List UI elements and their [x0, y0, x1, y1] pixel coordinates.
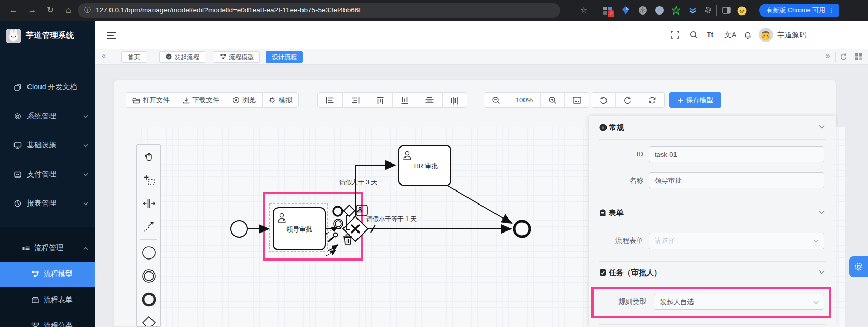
sidebar-item-process-model[interactable]: 流程模型: [0, 262, 95, 287]
extension-icon[interactable]: [655, 6, 664, 15]
user-name[interactable]: 芋道源码: [777, 31, 806, 40]
sidebar-item-infra[interactable]: 基础设施: [0, 134, 95, 157]
divider: [821, 52, 821, 62]
tab-process-model[interactable]: 流程模型: [214, 51, 260, 63]
bookmark-star-icon[interactable]: ☆: [577, 0, 590, 21]
tab-bar: « 首页 发起流程 流程模型 设计流程 »: [95, 49, 868, 65]
chrome-update-button[interactable]: 有新版 Chrome 可用 ⋮: [759, 4, 839, 17]
user-task-hr[interactable]: HR 审批: [399, 145, 451, 186]
monitor-icon: [13, 141, 22, 149]
user-task-leader[interactable]: 领导审批: [273, 208, 325, 250]
url-text[interactable]: 127.0.0.1/bpm/manager/model/edit?modelId…: [95, 6, 361, 14]
extension-icon[interactable]: [639, 6, 647, 15]
replace-arrows-icon[interactable]: [326, 245, 338, 256]
sidebar-item-process-form[interactable]: 流程表单: [0, 289, 95, 311]
task-check-icon: [599, 269, 607, 276]
sidebar: 芋道管理系统 Cloud 开发文档 系统管理 基础设施 支付管理 报表管理 工作…: [0, 21, 95, 327]
fullscreen-icon[interactable]: [670, 30, 681, 40]
wrench-icon[interactable]: [328, 233, 337, 242]
layout-grid-icon[interactable]: [855, 53, 862, 60]
tabs-scroll-right-icon[interactable]: »: [826, 51, 830, 60]
process-form-select[interactable]: 请选择: [649, 233, 824, 249]
tabs-scroll-left-icon[interactable]: «: [102, 51, 106, 60]
sidebar-item-label: 基础设施: [27, 141, 56, 150]
divider: [851, 52, 851, 62]
tab-design-process[interactable]: 设计流程: [266, 51, 303, 63]
section-general[interactable]: 常规: [599, 121, 624, 133]
sidebar-item-payment[interactable]: 支付管理: [0, 163, 95, 186]
extension-icon[interactable]: [688, 6, 697, 15]
app-logo-row[interactable]: 芋道管理系统: [0, 27, 95, 52]
condition-label[interactable]: 请假小于等于 1 天: [366, 215, 417, 223]
app-title: 芋道管理系统: [26, 31, 74, 40]
section-task-assignee[interactable]: 任务（审批人）: [599, 267, 662, 278]
chevron-down-icon[interactable]: [819, 210, 825, 214]
sidebar-item-label: Cloud 开发文档: [27, 83, 77, 92]
browser-reload-icon[interactable]: ↻: [44, 0, 57, 21]
chevron-down-icon[interactable]: [819, 270, 825, 274]
sidebar-item-system[interactable]: 系统管理: [0, 105, 95, 128]
main-content: 打开文件 下载文件 浏览 模拟 100% 保存模型: [95, 65, 868, 327]
append-intermediate-event-icon: [335, 221, 341, 227]
chevron-down-icon: [83, 173, 88, 176]
append-end-event-icon[interactable]: [333, 207, 342, 216]
gear-icon: [854, 262, 863, 271]
sidebar-item-label: 流程表单: [44, 295, 73, 305]
storage-box-icon: [31, 296, 39, 304]
end-event[interactable]: [514, 221, 530, 237]
divider: [599, 202, 826, 202]
section-form[interactable]: 表单: [599, 207, 624, 219]
theme-settings-button[interactable]: [849, 256, 868, 277]
chevron-down-icon: [813, 301, 819, 304]
name-input[interactable]: [649, 172, 824, 188]
extension-icon[interactable]: 7: [603, 6, 612, 15]
extension-icon[interactable]: [672, 6, 680, 15]
browser-menu-dots-icon[interactable]: ⋮: [828, 4, 835, 17]
id-field-label: ID: [596, 150, 643, 158]
user-avatar[interactable]: [759, 28, 773, 42]
gear-icon: [13, 112, 22, 120]
start-event[interactable]: [231, 221, 247, 237]
browser-forward-icon[interactable]: →: [26, 0, 38, 21]
id-input[interactable]: [649, 146, 824, 162]
chevron-down-icon: [813, 239, 819, 243]
form-icon: [599, 209, 607, 217]
search-icon[interactable]: [689, 30, 699, 40]
task-label: 领导审批: [286, 226, 312, 233]
browser-back-icon[interactable]: ←: [7, 0, 20, 21]
divider: [599, 261, 826, 262]
model-nodes-icon: [220, 53, 226, 60]
refresh-tab-icon[interactable]: [839, 53, 847, 61]
browser-home-icon[interactable]: ⌂: [62, 0, 75, 21]
profile-avatar-icon[interactable]: [737, 6, 746, 15]
divider: [599, 324, 826, 325]
trash-icon[interactable]: [343, 235, 352, 244]
notification-bell-icon[interactable]: [743, 30, 753, 40]
sidebar-item-process-mgmt[interactable]: 流程管理: [0, 237, 95, 260]
sidebar-item-report[interactable]: 报表管理: [0, 192, 95, 215]
append-gateway-icon[interactable]: [343, 205, 355, 216]
condition-label[interactable]: 请假大于 3 天: [339, 179, 377, 186]
site-info-icon[interactable]: ⓘ: [84, 6, 91, 14]
tab-start-process[interactable]: 发起流程: [159, 51, 205, 63]
task-label: HR 审批: [414, 162, 438, 170]
sidebar-item-process-category[interactable]: 流程分类: [0, 315, 95, 327]
locale-icon[interactable]: 文A: [724, 31, 736, 40]
app-logo: [6, 29, 21, 43]
font-size-icon[interactable]: Tt: [707, 31, 713, 39]
sidebar-item-label: 流程分类: [44, 321, 73, 327]
chevron-down-icon[interactable]: [819, 125, 825, 129]
properties-panel: 常规 ID 名称 表单 流程表单 请选择 任务（审批人） 规则类型 发起人自选: [589, 116, 836, 327]
sequence-flow[interactable]: [448, 186, 512, 223]
list-icon: [22, 244, 30, 252]
tab-home[interactable]: 首页: [121, 51, 146, 63]
collapse-menu-icon[interactable]: [107, 32, 116, 39]
address-bar[interactable]: ⓘ127.0.0.1/bpm/manager/model/edit?modelI…: [78, 3, 560, 18]
side-panel-icon[interactable]: [722, 6, 731, 15]
rule-type-select[interactable]: 发起人自选: [654, 294, 824, 310]
extensions-puzzle-icon[interactable]: [704, 6, 712, 15]
pie-chart-icon: [13, 199, 22, 208]
extension-icon[interactable]: [622, 6, 630, 15]
sidebar-item-cloud-docs[interactable]: Cloud 开发文档: [0, 76, 95, 99]
sidebar-item-label: 报表管理: [27, 199, 56, 208]
